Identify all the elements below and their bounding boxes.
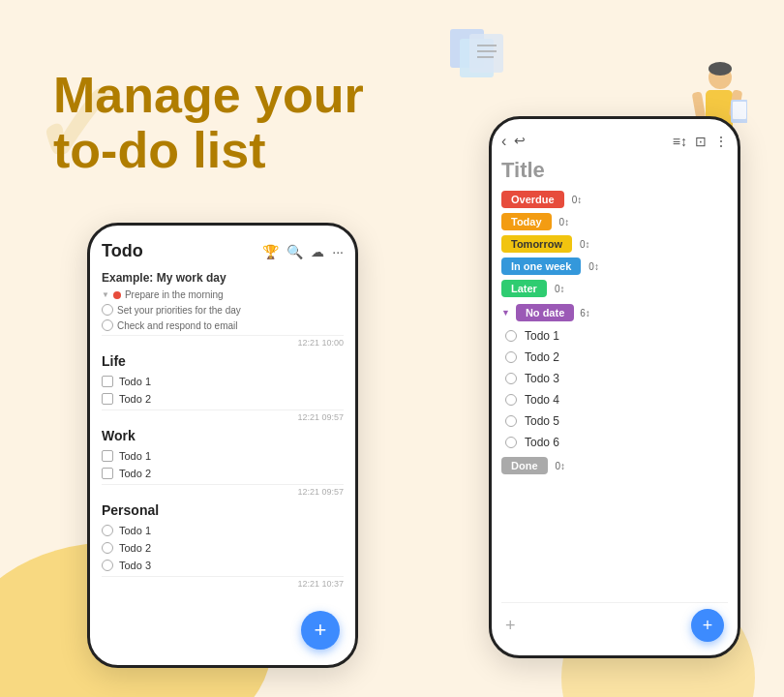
trophy-icon: 🏆 [262,244,279,259]
oneweek-row: In one week 0↕ [501,258,728,275]
undo-icon[interactable]: ↩ [514,133,526,150]
bottom-bar: + + [501,602,728,642]
overdue-count: 0↕ [572,195,583,205]
overdue-row: Overdue 0↕ [501,191,728,208]
later-row: Later 0↕ [501,280,728,297]
svg-point-7 [709,62,732,76]
life-section: Life Todo 1 Todo 2 12:21 09:57 [102,353,344,422]
done-pill[interactable]: Done [501,457,548,474]
section-timestamp: 12:21 09:57 [102,484,344,497]
cloud-icon[interactable]: ☁ [311,244,324,259]
list-item: Todo 2 [102,539,344,557]
todo-label: Todo 2 [119,468,151,479]
list-item: Todo 5 [501,410,728,432]
svg-rect-16 [733,102,746,119]
list-item: Todo 1 [102,522,344,539]
list-item: Todo 3 [102,557,344,574]
tomorrow-count: 0↕ [580,239,590,250]
more-icon[interactable]: ··· [332,244,344,259]
add-icon[interactable]: + [505,616,516,636]
todo-checkbox[interactable] [102,450,113,462]
nodate-pill[interactable]: No date [516,304,574,321]
todo-checkbox[interactable] [102,468,113,479]
search-icon[interactable]: 🔍 [286,244,303,259]
section-title: Personal [102,502,344,518]
todo-checkbox[interactable] [505,351,517,363]
todo-label: Todo 3 [119,560,151,571]
later-pill[interactable]: Later [501,280,547,297]
right-phone-title: Title [501,158,728,183]
list-item: Todo 4 [501,389,728,410]
nodate-count: 6↕ [580,308,590,318]
todo-label: Todo 2 [119,393,151,405]
fab-button[interactable]: + [301,611,340,650]
section-timestamp: 12:21 10:37 [102,576,344,589]
done-row: Done 0↕ [501,457,728,474]
todo-checkbox[interactable] [102,542,113,554]
add-todo-button[interactable]: + [301,611,340,650]
today-row: Today 0↕ [501,213,728,230]
list-item: Todo 6 [501,432,728,453]
hero-title: Manage your to-do list [53,68,364,178]
todo-checkbox[interactable] [505,437,517,448]
todo-label: Todo 3 [525,372,559,385]
list-item: Todo 1 [501,325,728,347]
oneweek-pill[interactable]: In one week [501,258,581,275]
list-view-icon[interactable]: ≡↕ [673,134,687,149]
example-item-label: Prepare in the morning [125,289,224,300]
hero-section: Manage your to-do list [53,68,364,178]
today-pill[interactable]: Today [501,213,552,230]
list-item: Todo 2 [501,347,728,368]
section-title: Life [102,353,344,369]
todo-label: Todo 5 [525,414,559,428]
phone-left-icons: 🏆 🔍 ☁ ··· [262,244,344,259]
example-item-0: ▼ Prepare in the morning [102,288,344,302]
todo-label: Todo 1 [525,329,559,343]
todo-checkbox[interactable] [505,415,517,427]
todo-checkbox[interactable] [505,330,517,342]
chevron-down-icon[interactable]: ▼ [501,308,510,318]
todo-label: Todo 4 [525,393,559,407]
todo-checkbox[interactable] [505,394,517,406]
todo-checkbox[interactable] [505,373,517,384]
tomorrow-pill[interactable]: Tomorrow [501,235,572,253]
todo-label: Todo 2 [525,350,559,364]
oneweek-count: 0↕ [588,261,599,272]
red-status-dot [113,291,121,299]
example-timestamp: 12:21 10:00 [102,335,344,348]
done-count: 0↕ [556,461,566,471]
phone-left-title: Todo [102,241,143,261]
work-section: Work Todo 1 Todo 2 12:21 09:57 [102,428,344,497]
back-icon[interactable]: ‹ [501,133,506,150]
personal-section: Personal Todo 1 Todo 2 Todo 3 12:21 10:3… [102,502,344,589]
todo-checkbox[interactable] [102,525,113,536]
section-title: Work [102,428,344,443]
example-item-1: Set your priorities for the day [102,302,344,318]
save-icon[interactable]: ⊡ [695,134,707,149]
section-timestamp: 12:21 09:57 [102,409,344,422]
right-fab-button[interactable]: + [691,609,724,642]
todo-checkbox[interactable] [102,560,113,571]
example-title: Example: My work day [102,271,344,285]
todo-label: Todo 2 [119,542,151,554]
list-item: Todo 1 [102,447,344,465]
list-item: Todo 2 [102,465,344,482]
todo-label: Todo 1 [119,450,151,462]
later-count: 0↕ [555,284,565,294]
more-icon[interactable]: ⋮ [714,134,728,149]
tomorrow-row: Tomorrow 0↕ [501,235,728,253]
todo-checkbox[interactable] [102,393,113,405]
nav-right-icons: ≡↕ ⊡ ⋮ [673,134,728,149]
example-item-label: Check and respond to email [117,320,238,331]
todo-checkbox[interactable] [102,376,113,387]
phone-right: ‹ ↩ ≡↕ ⊡ ⋮ Title Overdue 0↕ Today 0↕ Tom… [489,116,740,658]
right-nav-bar: ‹ ↩ ≡↕ ⊡ ⋮ [501,133,728,150]
todo-checkbox[interactable] [102,319,113,331]
nav-left-icons: ‹ ↩ [501,133,526,150]
example-section: Example: My work day ▼ Prepare in the mo… [102,271,344,348]
plus-icon: + [315,618,327,643]
list-item: Todo 3 [501,368,728,389]
todo-checkbox[interactable] [102,304,113,316]
overdue-pill[interactable]: Overdue [501,191,564,208]
nodate-section: ▼ No date 6↕ Todo 1 Todo 2 Todo 3 Todo 4 [501,304,728,453]
